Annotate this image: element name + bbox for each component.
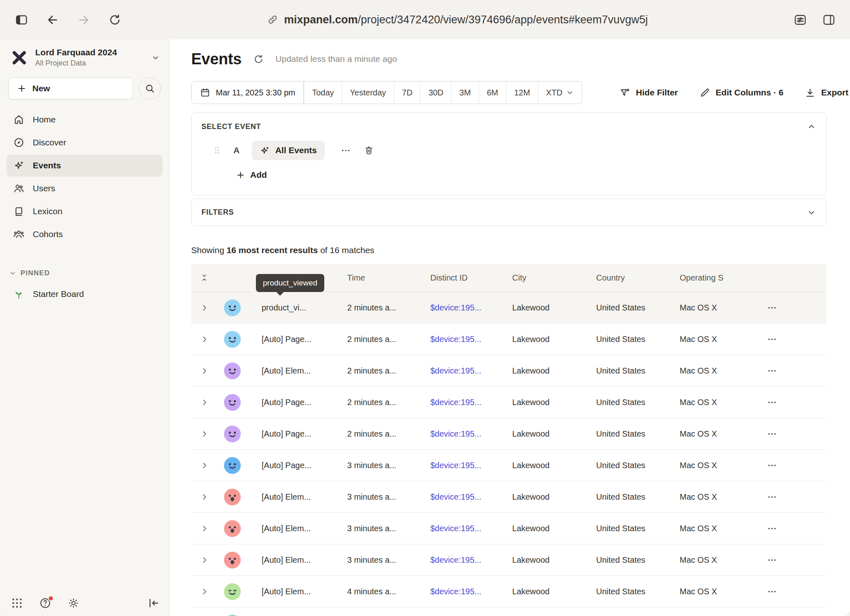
- row-expand-chevron-icon[interactable]: [200, 430, 209, 438]
- range-7d[interactable]: 7D: [394, 82, 420, 104]
- export-button[interactable]: Export: [805, 87, 848, 98]
- row-expand-chevron-icon[interactable]: [200, 587, 209, 596]
- range-xtd[interactable]: XTD: [538, 82, 582, 104]
- range-today[interactable]: Today: [304, 82, 341, 104]
- row-menu-icon[interactable]: [766, 555, 778, 566]
- range-12m[interactable]: 12M: [506, 82, 538, 104]
- event-time: 2 minutes a...: [347, 303, 430, 313]
- edit-columns-label: Edit Columns · 6: [716, 88, 784, 97]
- event-os: Mac OS X: [680, 524, 762, 533]
- chevron-down-icon: [9, 270, 16, 277]
- chevron-down-icon: [566, 88, 574, 97]
- column-header-city[interactable]: City: [512, 273, 596, 283]
- table-row[interactable]: [Auto] Elem... 3 minutes a... $device:19…: [191, 481, 827, 513]
- pinned-section-header[interactable]: PINNED: [9, 269, 161, 277]
- column-header-country[interactable]: Country: [596, 273, 680, 283]
- event-country: United States: [596, 524, 680, 533]
- chevron-up-icon[interactable]: [807, 122, 816, 131]
- collapse-sidebar-icon[interactable]: [147, 597, 160, 609]
- column-header-distinct-id[interactable]: Distinct ID: [430, 273, 512, 283]
- table-row[interactable]: [191, 607, 827, 616]
- row-menu-icon[interactable]: [766, 460, 778, 471]
- table-row[interactable]: [Auto] Page... 3 minutes a... $device:19…: [191, 450, 827, 481]
- url-bar[interactable]: mixpanel.com/project/3472420/view/397469…: [124, 14, 791, 26]
- distinct-id-link[interactable]: $device:195...: [430, 303, 482, 312]
- row-expand-chevron-icon[interactable]: [200, 335, 209, 344]
- event-selector-button[interactable]: All Events: [252, 140, 325, 160]
- row-menu-icon[interactable]: [766, 586, 778, 597]
- row-expand-chevron-icon[interactable]: [200, 556, 209, 564]
- distinct-id-link[interactable]: $device:195...: [430, 555, 482, 564]
- range-6m[interactable]: 6M: [479, 82, 506, 104]
- row-menu-icon[interactable]: [766, 302, 778, 313]
- table-row[interactable]: [Auto] Elem... 3 minutes a... $device:19…: [191, 544, 827, 576]
- results-count: 16 most recent results: [226, 245, 318, 255]
- settings-gear-icon[interactable]: [67, 597, 80, 609]
- apps-grid-icon[interactable]: [11, 597, 23, 609]
- row-expand-chevron-icon[interactable]: [200, 493, 209, 501]
- project-switcher[interactable]: Lord Farquaad 2024 All Project Data: [7, 44, 163, 71]
- split-view-icon[interactable]: [820, 11, 838, 29]
- row-menu-icon[interactable]: [766, 334, 778, 345]
- table-row[interactable]: [Auto] Elem... 2 minutes a... $device:19…: [191, 355, 827, 387]
- distinct-id-link[interactable]: $device:195...: [430, 366, 482, 375]
- table-row[interactable]: [Auto] Page... 2 minutes a... $device:19…: [191, 324, 827, 355]
- column-header-os[interactable]: Operating S: [680, 273, 762, 283]
- sidebar-item-users[interactable]: Users: [7, 177, 163, 199]
- distinct-id-link[interactable]: $device:195...: [430, 429, 482, 438]
- sidebar-item-starter-board[interactable]: Starter Board: [7, 283, 163, 305]
- row-menu-icon[interactable]: [766, 523, 778, 534]
- sidebar-item-home[interactable]: Home: [7, 109, 163, 131]
- distinct-id-link[interactable]: $device:195...: [430, 587, 482, 596]
- reload-icon[interactable]: [106, 11, 124, 29]
- hide-filter-button[interactable]: Hide Filter: [619, 87, 678, 98]
- help-icon[interactable]: [39, 597, 52, 609]
- row-expand-chevron-icon[interactable]: [200, 367, 209, 375]
- url-path: /project/3472420/view/3974696/app/events…: [358, 14, 648, 26]
- range-30d[interactable]: 30D: [420, 82, 451, 104]
- refresh-icon[interactable]: [253, 54, 264, 65]
- browser-sidebar-toggle-icon[interactable]: [12, 11, 30, 29]
- row-expand-chevron-icon[interactable]: [200, 524, 209, 533]
- range-yesterday[interactable]: Yesterday: [342, 82, 394, 104]
- browser-preferences-icon[interactable]: [791, 11, 809, 29]
- search-button[interactable]: [139, 77, 161, 100]
- forward-icon[interactable]: [75, 11, 93, 29]
- event-time: 2 minutes a...: [347, 366, 430, 376]
- table-row[interactable]: [Auto] Page... 2 minutes a... $device:19…: [191, 418, 827, 450]
- row-menu-icon[interactable]: [766, 428, 778, 439]
- row-menu-icon[interactable]: [766, 365, 778, 376]
- date-picker-button[interactable]: Mar 11, 2025 3:30 pm: [192, 82, 304, 104]
- pinned-label: PINNED: [20, 269, 50, 277]
- sidebar-item-cohorts[interactable]: Cohorts: [7, 223, 163, 245]
- sidebar-item-events[interactable]: Events: [7, 154, 163, 177]
- row-expand-chevron-icon[interactable]: [200, 303, 209, 312]
- table-row[interactable]: [Auto] Page... 2 minutes a... $device:19…: [191, 387, 827, 418]
- drag-handle-icon[interactable]: [212, 145, 222, 155]
- chevron-down-icon[interactable]: [807, 208, 816, 217]
- row-menu-icon[interactable]: [766, 397, 778, 408]
- row-expand-chevron-icon[interactable]: [200, 461, 209, 470]
- new-button[interactable]: New: [8, 77, 133, 100]
- row-expand-chevron-icon[interactable]: [200, 398, 209, 407]
- table-row[interactable]: [Auto] Elem... 3 minutes a... $device:19…: [191, 513, 827, 544]
- range-3m[interactable]: 3M: [451, 82, 479, 104]
- add-event-button[interactable]: Add: [236, 170, 267, 180]
- collapse-rows-icon[interactable]: [199, 273, 209, 283]
- edit-columns-button[interactable]: Edit Columns · 6: [699, 87, 784, 98]
- event-name: [Auto] Page...: [247, 429, 347, 439]
- table-row[interactable]: product_vi... 2 minutes a... $device:195…: [191, 292, 827, 324]
- distinct-id-link[interactable]: $device:195...: [430, 398, 482, 407]
- column-header-time[interactable]: Time: [347, 273, 430, 283]
- table-row[interactable]: [Auto] Elem... 4 minutes a... $device:19…: [191, 576, 827, 607]
- row-menu-icon[interactable]: [766, 491, 778, 503]
- distinct-id-link[interactable]: $device:195...: [430, 524, 482, 533]
- sidebar-item-discover[interactable]: Discover: [7, 131, 163, 154]
- distinct-id-link[interactable]: $device:195...: [430, 492, 482, 501]
- distinct-id-link[interactable]: $device:195...: [430, 461, 482, 470]
- event-options-icon[interactable]: [340, 145, 351, 156]
- trash-icon[interactable]: [364, 145, 374, 156]
- distinct-id-link[interactable]: $device:195...: [430, 335, 482, 344]
- back-icon[interactable]: [43, 11, 61, 29]
- sidebar-item-lexicon[interactable]: Lexicon: [7, 200, 163, 222]
